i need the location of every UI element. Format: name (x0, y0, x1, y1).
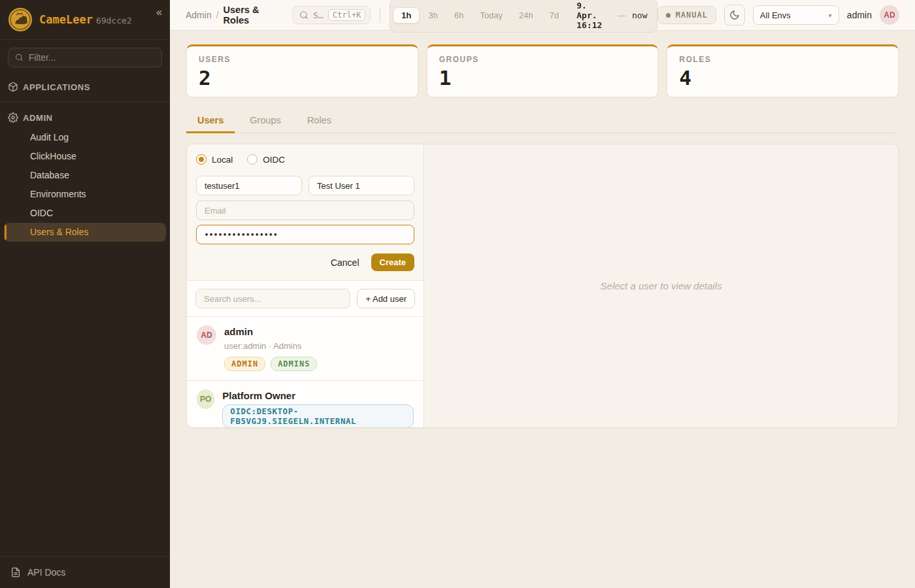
sidebar-section-admin[interactable]: ADMIN (0, 106, 170, 128)
tab-bar: Users Groups Roles (186, 110, 899, 133)
global-search[interactable]: S… Ctrl+K (292, 6, 371, 24)
range-button-24h[interactable]: 24h (511, 8, 541, 23)
users-left-panel: Local OIDC Cancel Create (187, 144, 424, 427)
radio-circle (196, 154, 207, 165)
sidebar-item-clickhouse[interactable]: ClickHouse (4, 147, 166, 166)
breadcrumb-root[interactable]: Admin (186, 10, 212, 20)
tab-groups[interactable]: Groups (239, 110, 292, 133)
stat-label: ROLES (679, 55, 886, 64)
search-placeholder: S… (313, 10, 324, 20)
empty-state-text: Select a user to view details (601, 280, 722, 291)
user-list: AD admin user:admin · Admins ADMIN ADMIN… (187, 316, 424, 427)
users-panel: Local OIDC Cancel Create (186, 144, 899, 428)
radio-local-label: Local (212, 155, 233, 165)
password-field[interactable] (196, 225, 414, 244)
radio-oidc[interactable]: OIDC (247, 154, 285, 165)
create-user-form: Local OIDC Cancel Create (187, 144, 424, 280)
range-button-today[interactable]: Today (472, 8, 510, 23)
search-icon (15, 53, 24, 62)
user-detail-panel: Select a user to view details (424, 144, 898, 427)
section-admin-label: ADMIN (23, 113, 53, 123)
tab-roles[interactable]: Roles (296, 110, 342, 133)
sidebar: CameLeer69dcce2 « APPLICATIONS ADMIN Aud… (0, 0, 170, 588)
mode-label: MANUAL (676, 10, 708, 20)
dark-mode-toggle[interactable] (724, 5, 745, 25)
app-version: 69dcce2 (96, 16, 132, 25)
range-button-3h[interactable]: 3h (420, 8, 445, 23)
sidebar-section-applications[interactable]: APPLICATIONS (0, 75, 170, 97)
search-icon (299, 10, 308, 20)
cube-icon (8, 82, 18, 92)
environment-selector[interactable]: All Envs ▾ (753, 5, 839, 25)
sidebar-item-database[interactable]: Database (4, 166, 166, 185)
oidc-issuer-badge: OIDC:DESKTOP-FB5VGJ9.SIEGELN.INTERNAL (222, 404, 414, 427)
user-avatar[interactable]: AD (880, 5, 899, 25)
cancel-button[interactable]: Cancel (331, 257, 359, 268)
header-divider (380, 7, 380, 23)
user-search-row: + Add user (187, 280, 424, 316)
section-applications-label: APPLICATIONS (23, 82, 90, 92)
range-button-7d[interactable]: 7d (542, 8, 567, 23)
stat-card-roles[interactable]: ROLES 4 (667, 44, 899, 97)
stat-label: GROUPS (439, 55, 646, 64)
radio-local[interactable]: Local (196, 154, 233, 165)
stats-row: USERS 2 GROUPS 1 ROLES 4 (186, 44, 899, 97)
sidebar-item-oidc[interactable]: OIDC (4, 204, 166, 223)
chevron-down-icon: ▾ (829, 12, 832, 19)
radio-oidc-label: OIDC (263, 155, 285, 165)
main-content: USERS 2 GROUPS 1 ROLES 4 Users Groups Ro… (170, 31, 915, 428)
add-user-button[interactable]: + Add user (357, 289, 415, 308)
filter-input[interactable] (29, 52, 155, 63)
display-name-field[interactable] (308, 176, 414, 195)
radio-circle (247, 154, 258, 165)
user-name: Platform Owner (222, 389, 414, 402)
cameleer-logo-icon (8, 7, 33, 32)
stat-value: 2 (199, 67, 406, 89)
env-selected-label: All Envs (760, 10, 791, 20)
stat-value: 4 (679, 67, 886, 89)
user-row-platform-owner[interactable]: PO Platform Owner OIDC:DESKTOP-FB5VGJ9.S… (187, 380, 424, 428)
stat-card-users[interactable]: USERS 2 (186, 44, 418, 97)
stat-label: USERS (199, 55, 406, 64)
user-type-radios: Local OIDC (196, 154, 414, 165)
stat-card-groups[interactable]: GROUPS 1 (427, 44, 659, 97)
sidebar-item-environments[interactable]: Environments (4, 185, 166, 204)
header-right: MANUAL All Envs ▾ admin AD (657, 5, 900, 25)
breadcrumb-separator: / (216, 10, 219, 20)
search-users-input[interactable] (195, 289, 350, 308)
api-docs-link[interactable]: API Docs (0, 556, 170, 588)
role-badge-admin: ADMIN (224, 357, 265, 371)
tab-users[interactable]: Users (186, 110, 235, 133)
email-field[interactable] (196, 201, 414, 220)
sidebar-divider (0, 101, 170, 102)
time-from[interactable]: 9. Apr. 16:12 (576, 1, 612, 30)
sidebar-item-users-roles[interactable]: Users & Roles (4, 223, 166, 242)
status-dot (666, 13, 671, 18)
avatar: AD (197, 325, 216, 345)
create-button[interactable]: Create (371, 253, 414, 271)
top-header: Admin / Users & Roles S… Ctrl+K 1h 3h 6h… (170, 0, 915, 31)
sidebar-collapse-icon[interactable]: « (156, 7, 162, 18)
range-button-6h[interactable]: 6h (446, 8, 471, 23)
group-badge-admins: ADMINS (271, 357, 317, 371)
breadcrumb-current: Users & Roles (224, 5, 281, 25)
stat-value: 1 (439, 67, 646, 89)
search-shortcut-kbd: Ctrl+K (328, 9, 365, 21)
time-dash: — (618, 10, 626, 20)
username-field[interactable] (196, 176, 302, 195)
sidebar-item-audit-log[interactable]: Audit Log (4, 128, 166, 147)
badge-row: ADMIN ADMINS (224, 357, 317, 371)
refresh-mode-badge[interactable]: MANUAL (657, 6, 716, 24)
sidebar-filter[interactable] (8, 48, 162, 67)
moon-icon (729, 10, 740, 20)
api-docs-label: API Docs (27, 567, 65, 578)
range-button-1h[interactable]: 1h (393, 7, 420, 24)
form-actions: Cancel Create (196, 253, 414, 271)
avatar: PO (197, 389, 214, 409)
current-user-label: admin (847, 10, 872, 20)
time-to[interactable]: now (632, 10, 647, 20)
name-fields-row (196, 176, 414, 195)
app-title: CameLeer (39, 13, 93, 26)
gear-icon (8, 112, 18, 123)
user-row-admin[interactable]: AD admin user:admin · Admins ADMIN ADMIN… (187, 316, 424, 380)
